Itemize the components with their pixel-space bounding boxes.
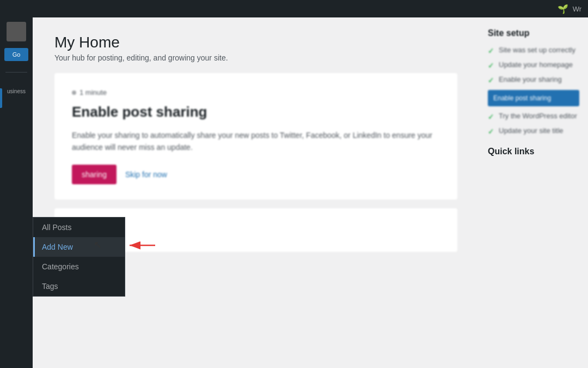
skip-link[interactable]: Skip for now: [125, 170, 167, 179]
dropdown-item-tags[interactable]: Tags: [33, 276, 125, 296]
setup-item-1: ✓ Site was set up correctly: [488, 46, 579, 55]
page-subtitle: Your hub for posting, editing, and growi…: [54, 53, 457, 62]
wp-leaf-icon: 🌱: [558, 4, 568, 14]
dropdown-item-all-posts[interactable]: All Posts: [33, 218, 125, 237]
check-icon-1: ✓: [488, 46, 494, 55]
dropdown-item-add-new[interactable]: Add New: [33, 237, 125, 257]
sidebar-active-indicator: [0, 88, 2, 108]
posts-dropdown: All Posts Add New Categories Tags: [33, 217, 125, 297]
top-bar-right: 🌱 Wr: [558, 4, 581, 14]
setup-item-3: ✓ Enable your sharing: [488, 75, 579, 85]
top-bar-label: Wr: [573, 5, 581, 13]
avatar: [7, 22, 26, 41]
setup-item-5: ✓ Update your site title: [488, 126, 579, 136]
page-title: My Home: [54, 34, 457, 51]
check-icon-4: ✓: [488, 112, 494, 121]
sidebar-divider: [5, 72, 27, 73]
top-bar: 🌱 Wr: [0, 0, 588, 17]
card-tag: 1 minute: [72, 88, 440, 96]
sidebar: Go usiness: [0, 17, 33, 368]
sidebar-site-label: usiness: [5, 88, 28, 95]
setup-title: Site setup: [488, 28, 579, 38]
main-card: 1 minute Enable post sharing Enable your…: [54, 73, 457, 200]
right-panel: Site setup ✓ Site was set up correctly ✓…: [479, 17, 588, 368]
tag-dot: [72, 91, 76, 95]
check-icon-3: ✓: [488, 76, 494, 85]
check-icon-5: ✓: [488, 127, 494, 136]
setup-item-4: ✓ Try the WordPress editor: [488, 112, 579, 121]
dropdown-item-categories[interactable]: Categories: [33, 257, 125, 276]
card-body: Enable your sharing to automatically sha…: [72, 129, 440, 154]
setup-highlighted: Enable post sharing: [488, 90, 579, 106]
main-content: My Home Your hub for posting, editing, a…: [33, 17, 479, 368]
card-heading: Enable post sharing: [72, 103, 440, 122]
card-actions: sharing Skip for now: [72, 165, 440, 184]
sharing-button[interactable]: sharing: [72, 165, 117, 184]
setup-item-2: ✓ Update your homepage: [488, 61, 579, 70]
main-layout: Go usiness My Home Your hub for posting,…: [0, 17, 588, 368]
go-button[interactable]: Go: [4, 48, 28, 61]
check-icon-2: ✓: [488, 61, 494, 70]
quick-links-title: Quick links: [488, 147, 579, 156]
